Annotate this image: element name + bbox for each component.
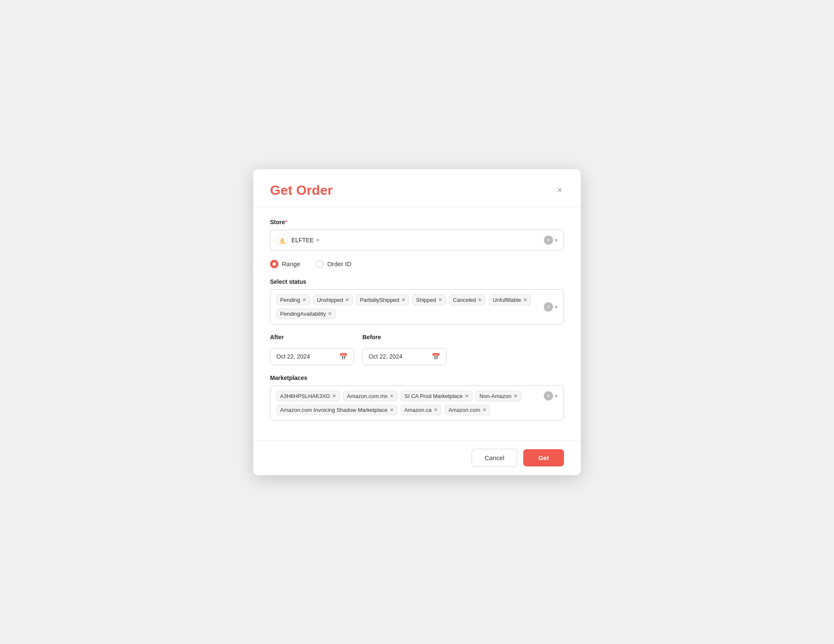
modal-header: Get Order × <box>253 169 581 207</box>
store-section: Store* a ELFTEE × <box>270 219 564 251</box>
marketplace-tag-invoicing-remove[interactable]: ✕ <box>390 407 393 413</box>
marketplace-tag-non-amazon: Non-Amazon ✕ <box>476 391 521 401</box>
before-calendar-icon: 📅 <box>432 353 440 361</box>
status-tag-pending: Pending ✕ <box>276 295 310 305</box>
status-tag-pendingavailability-label: PendingAvailability <box>280 311 326 317</box>
before-date-field: Before Oct 22, 2024 📅 <box>362 334 446 365</box>
status-selector-controls: × ▾ <box>544 302 558 312</box>
get-order-modal: Get Order × Store* a <box>253 169 581 475</box>
status-tag-unshipped: Unshipped ✕ <box>313 295 353 305</box>
marketplace-tag-amazon-com-remove[interactable]: ✕ <box>483 407 486 413</box>
marketplace-tag-amazon-mx-label: Amazon.com.mx <box>347 393 388 399</box>
marketplace-tag-non-amazon-label: Non-Amazon <box>480 393 511 399</box>
marketplace-tag-non-amazon-remove[interactable]: ✕ <box>514 393 517 399</box>
after-date-field: After Oct 22, 2024 📅 <box>270 334 354 365</box>
status-clear-button[interactable]: × <box>544 302 553 312</box>
store-dropdown-arrow-icon[interactable]: ▾ <box>555 237 558 243</box>
after-label: After <box>270 334 354 340</box>
marketplace-tag-sica-label: SI CA Prod Marketplace <box>404 393 463 399</box>
status-tag-partiallyshipped: PartiallyShipped ✕ <box>356 295 409 305</box>
status-tags-container[interactable]: Pending ✕ Unshipped ✕ PartiallyShipped ✕… <box>270 289 564 325</box>
radio-order-id[interactable]: Order ID <box>315 260 351 268</box>
radio-group: Range Order ID <box>270 260 564 268</box>
marketplaces-row1-left: A3H6HPSLHAK3XG ✕ Amazon.com.mx ✕ SI CA P… <box>276 391 544 401</box>
marketplaces-row2: Amazon.com Invoicing Shadow Marketplace … <box>276 405 558 415</box>
before-date-input[interactable]: Oct 22, 2024 📅 <box>362 348 446 365</box>
radio-range-circle <box>270 260 278 268</box>
status-tag-unfulfillable-remove[interactable]: ✕ <box>523 297 527 303</box>
marketplace-tag-amazon-com-label: Amazon.com <box>448 407 480 413</box>
store-selector-controls: × ▾ <box>544 236 558 245</box>
marketplaces-section: Marketplaces A3H6HPSLHAK3XG ✕ Amazon.com… <box>270 374 564 421</box>
status-tag-canceled-remove[interactable]: ✕ <box>478 297 482 303</box>
modal-footer: Cancel Get <box>253 440 581 475</box>
marketplace-tag-a3h6-label: A3H6HPSLHAK3XG <box>280 393 330 399</box>
status-tag-canceled-label: Canceled <box>453 297 476 303</box>
status-tag-pending-label: Pending <box>280 297 300 303</box>
marketplace-tag-amazon-ca: Amazon.ca ✕ <box>401 405 441 415</box>
get-button[interactable]: Get <box>523 449 564 466</box>
store-tag: ELFTEE × <box>291 237 320 243</box>
after-date-input[interactable]: Oct 22, 2024 📅 <box>270 348 354 365</box>
cancel-button[interactable]: Cancel <box>472 449 517 467</box>
marketplace-tag-amazon-mx: Amazon.com.mx ✕ <box>343 391 397 401</box>
marketplace-tag-amazon-mx-remove[interactable]: ✕ <box>390 393 393 399</box>
marketplace-tag-amazon-ca-label: Amazon.ca <box>404 407 432 413</box>
status-tag-unfulfillable: Unfulfillable ✕ <box>489 295 530 305</box>
radio-range[interactable]: Range <box>270 260 300 268</box>
status-tag-unfulfillable-label: Unfulfillable <box>493 297 521 303</box>
marketplace-tag-amazon-ca-remove[interactable]: ✕ <box>434 407 438 413</box>
store-label: Store* <box>270 219 564 225</box>
status-tag-partiallyshipped-label: PartiallyShipped <box>360 297 399 303</box>
after-date-value: Oct 22, 2024 <box>276 353 310 360</box>
marketplace-tag-sica-remove[interactable]: ✕ <box>465 393 469 399</box>
status-tag-shipped-remove[interactable]: ✕ <box>438 297 442 303</box>
store-tag-remove[interactable]: × <box>316 237 320 243</box>
marketplaces-selector-controls: × ▾ <box>544 391 558 401</box>
marketplaces-clear-button[interactable]: × <box>544 391 553 401</box>
store-selector-left: a ELFTEE × <box>276 234 320 246</box>
status-tag-unshipped-remove[interactable]: ✕ <box>345 297 349 303</box>
before-date-value: Oct 22, 2024 <box>369 353 402 360</box>
svg-text:a: a <box>281 236 284 243</box>
status-tag-pendingavailability: PendingAvailability ✕ <box>276 309 336 319</box>
status-tag-pendingavailability-remove[interactable]: ✕ <box>328 311 332 317</box>
dates-row: After Oct 22, 2024 📅 Before Oct 22, 2024… <box>270 334 564 365</box>
radio-range-label: Range <box>282 260 300 267</box>
status-tag-canceled: Canceled ✕ <box>449 295 486 305</box>
marketplace-tag-invoicing: Amazon.com Invoicing Shadow Marketplace … <box>276 405 397 415</box>
modal-title: Get Order <box>270 183 333 198</box>
status-tag-shipped: Shipped ✕ <box>412 295 446 305</box>
close-button[interactable]: × <box>555 184 564 196</box>
radio-order-id-label: Order ID <box>327 260 351 267</box>
modal-body: Store* a ELFTEE × <box>253 207 581 440</box>
before-label: Before <box>362 334 446 340</box>
marketplace-tag-invoicing-label: Amazon.com Invoicing Shadow Marketplace <box>280 407 388 413</box>
marketplace-tag-amazon-com: Amazon.com ✕ <box>445 405 490 415</box>
store-selector[interactable]: a ELFTEE × × ▾ <box>270 230 564 251</box>
status-section: Select status Pending ✕ Unshipped ✕ Part… <box>270 278 564 325</box>
marketplaces-label: Marketplaces <box>270 374 564 381</box>
marketplaces-row1: A3H6HPSLHAK3XG ✕ Amazon.com.mx ✕ SI CA P… <box>276 391 558 401</box>
status-tag-partiallyshipped-remove[interactable]: ✕ <box>401 297 405 303</box>
marketplaces-tags-container[interactable]: A3H6HPSLHAK3XG ✕ Amazon.com.mx ✕ SI CA P… <box>270 385 564 421</box>
after-calendar-icon: 📅 <box>339 353 348 361</box>
amazon-icon: a <box>276 234 288 246</box>
marketplaces-dropdown-arrow-icon[interactable]: ▾ <box>555 393 558 399</box>
marketplace-tag-a3h6: A3H6HPSLHAK3XG ✕ <box>276 391 340 401</box>
store-clear-button[interactable]: × <box>544 236 553 245</box>
marketplace-tag-sica: SI CA Prod Marketplace ✕ <box>401 391 472 401</box>
status-tags-left: Pending ✕ Unshipped ✕ PartiallyShipped ✕… <box>276 295 540 319</box>
status-tag-pending-remove[interactable]: ✕ <box>302 297 306 303</box>
status-tag-unshipped-label: Unshipped <box>317 297 343 303</box>
radio-order-id-circle <box>315 260 324 268</box>
marketplace-tag-a3h6-remove[interactable]: ✕ <box>332 393 336 399</box>
status-label: Select status <box>270 278 564 285</box>
status-tag-shipped-label: Shipped <box>416 297 436 303</box>
status-dropdown-arrow-icon[interactable]: ▾ <box>555 304 558 310</box>
